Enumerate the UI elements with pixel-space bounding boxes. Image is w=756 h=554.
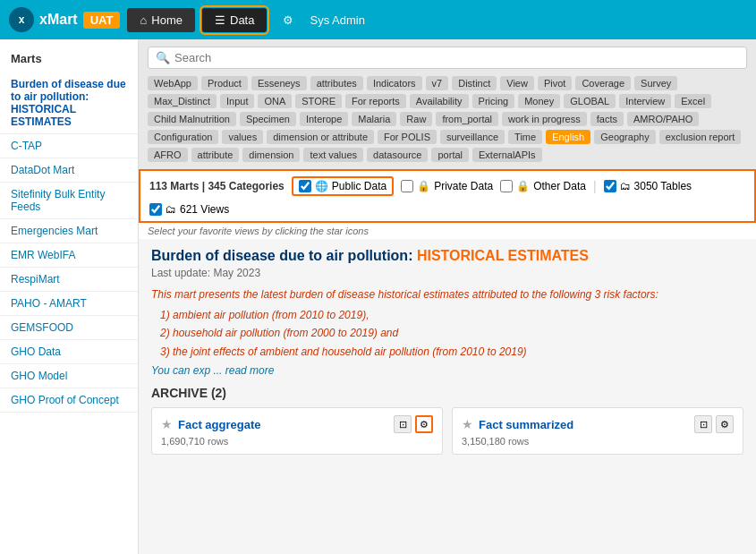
card-copy-btn[interactable]: ⊡ <box>694 415 712 433</box>
public-data-label: Public Data <box>332 180 386 192</box>
tag-store[interactable]: STORE <box>295 94 342 108</box>
list-item: 3) the joint effects of ambient and hous… <box>160 343 743 361</box>
sidebar-item-paho[interactable]: PAHO - AMART <box>0 292 138 316</box>
sidebar-item-datadot[interactable]: DataDot Mart <box>0 158 138 183</box>
sidebar-item-gho[interactable]: GHO Data <box>0 340 138 364</box>
sidebar: Marts Burden of disease due to air pollu… <box>0 39 139 554</box>
card-rows: 1,690,710 rows <box>161 436 433 447</box>
tag-raw[interactable]: Raw <box>400 112 432 126</box>
tag-excel[interactable]: Excel <box>675 94 711 108</box>
uat-badge: UAT <box>83 12 121 29</box>
tag-facts[interactable]: facts <box>590 112 624 126</box>
tags-container: WebAppProductEsseneysattributesIndicator… <box>148 76 747 162</box>
tag-attribute[interactable]: attribute <box>191 148 240 162</box>
tag-money[interactable]: Money <box>518 94 560 108</box>
star-icon[interactable]: ★ <box>161 417 173 431</box>
content-area: 🔍 WebAppProductEsseneysattributesIndicat… <box>139 39 756 554</box>
tag-externalapis[interactable]: ExternalAPIs <box>472 148 542 162</box>
views-checkbox[interactable] <box>149 203 162 216</box>
tag-pricing[interactable]: Pricing <box>472 94 515 108</box>
tag-dimension[interactable]: dimension <box>242 148 300 162</box>
tables-checkbox[interactable] <box>604 180 616 192</box>
tag-for-polis[interactable]: For POLIS <box>378 130 437 144</box>
private-data-checkbox[interactable] <box>401 180 413 192</box>
search-input[interactable] <box>174 51 739 64</box>
tag-portal[interactable]: portal <box>431 148 469 162</box>
tag-configuration[interactable]: Configuration <box>148 130 218 144</box>
data-button[interactable]: ☰ Data <box>202 8 267 32</box>
sidebar-item-gemsfood[interactable]: GEMSFOOD <box>0 316 138 340</box>
sidebar-item-burden[interactable]: Burden of disease due to air pollution: … <box>0 72 138 134</box>
sysadmin-icon: ⚙ <box>283 13 293 27</box>
sidebar-item-ghoproof[interactable]: GHO Proof of Concept <box>0 388 138 413</box>
tag-work-in-progress[interactable]: work in progress <box>502 112 587 126</box>
tag-surveillance[interactable]: surveillance <box>440 130 505 144</box>
card-header: ★ Fact summarized ⊡ ⚙ <box>462 415 734 433</box>
other-data-filter[interactable]: 🔒 Other Data <box>500 180 586 192</box>
tag-exclusion-report[interactable]: exclusion report <box>659 130 742 144</box>
tag-survey[interactable]: Survey <box>634 76 677 90</box>
tag-distinct[interactable]: Distinct <box>452 76 497 90</box>
card-copy-btn[interactable]: ⊡ <box>394 415 412 433</box>
sysadmin-link[interactable]: Sys Admin <box>310 13 364 27</box>
mart-list: 1) ambient air pollution (from 2010 to 2… <box>160 306 743 361</box>
search-box[interactable]: 🔍 <box>148 47 747 69</box>
sidebar-item-emr[interactable]: EMR WebIFA <box>0 243 138 268</box>
tag-esseneys[interactable]: Esseneys <box>251 76 307 90</box>
tag-english[interactable]: English <box>546 130 590 144</box>
tag-v7[interactable]: v7 <box>426 76 449 90</box>
sidebar-item-ghomodel[interactable]: GHO Model <box>0 364 138 388</box>
star-icon[interactable]: ★ <box>462 417 473 431</box>
top-bar: x xMart UAT ⌂ Home ☰ Data ⚙ Sys Admin <box>0 0 756 39</box>
tag-time[interactable]: Time <box>508 130 542 144</box>
tag-specimen[interactable]: Specimen <box>240 112 296 126</box>
tag-datasource[interactable]: datasource <box>367 148 428 162</box>
tag-pivot[interactable]: Pivot <box>538 76 572 90</box>
tag-values[interactable]: values <box>222 130 263 144</box>
tag-for-reports[interactable]: For reports <box>345 94 406 108</box>
archive-title: ARCHIVE (2) <box>151 386 743 400</box>
tag-afro[interactable]: AFRO <box>148 148 188 162</box>
sidebar-item-emergencies[interactable]: Emergencies Mart <box>0 219 138 243</box>
card-settings-btn[interactable]: ⚙ <box>716 415 734 433</box>
list-item: 2) household air pollution (from 2000 to… <box>160 324 743 342</box>
tag-webapp[interactable]: WebApp <box>148 76 198 90</box>
sidebar-item-ctap[interactable]: C-TAP <box>0 134 138 158</box>
tag-global[interactable]: GLOBAL <box>564 94 616 108</box>
views-filter[interactable]: 🗂 621 Views <box>149 203 229 216</box>
sidebar-item-sitefinity[interactable]: Sitefinity Bulk Entity Feeds <box>0 183 138 219</box>
tag-child-malnutrition[interactable]: Child Malnutrition <box>148 112 236 126</box>
tag-from_portal[interactable]: from_portal <box>436 112 498 126</box>
tag-text-values[interactable]: text values <box>303 148 363 162</box>
home-button[interactable]: ⌂ Home <box>127 8 195 32</box>
sidebar-item-respi[interactable]: RespiMart <box>0 268 138 292</box>
card-settings-btn[interactable]: ⚙ <box>415 415 433 433</box>
list-item: 1) ambient air pollution (from 2010 to 2… <box>160 306 743 324</box>
tag-indicators[interactable]: Indicators <box>367 76 422 90</box>
public-data-icon: 🌐 <box>315 180 328 192</box>
tag-ona[interactable]: ONA <box>258 94 292 108</box>
tag-availability[interactable]: Availability <box>410 94 469 108</box>
tag-coverage[interactable]: Coverage <box>575 76 631 90</box>
tag-view[interactable]: View <box>500 76 534 90</box>
mart-detail: Burden of disease due to air pollution: … <box>139 239 756 464</box>
tag-interview[interactable]: Interview <box>619 94 671 108</box>
private-data-filter[interactable]: 🔒 Private Data <box>401 180 493 192</box>
tag-input[interactable]: Input <box>220 94 254 108</box>
tag-max_distinct[interactable]: Max_Distinct <box>148 94 217 108</box>
other-data-label: Other Data <box>533 180 586 192</box>
sidebar-title: Marts <box>0 48 138 72</box>
public-data-checkbox[interactable] <box>299 180 311 192</box>
tag-malaria[interactable]: Malaria <box>352 112 396 126</box>
tag-product[interactable]: Product <box>201 76 248 90</box>
tag-attributes[interactable]: attributes <box>310 76 363 90</box>
other-data-checkbox[interactable] <box>500 180 513 192</box>
tag-geography[interactable]: Geography <box>594 130 655 144</box>
search-icon: 🔍 <box>156 51 170 64</box>
tag-amro/paho[interactable]: AMRO/PAHO <box>627 112 699 126</box>
read-more-link[interactable]: You can exp ... read more <box>151 364 743 377</box>
public-data-filter[interactable]: 🌐 Public Data <box>292 176 394 196</box>
tables-filter[interactable]: 🗂 3050 Tables <box>604 180 692 192</box>
tag-interope[interactable]: Interope <box>300 112 348 126</box>
tag-dimension-or-attribute[interactable]: dimension or attribute <box>267 130 374 144</box>
